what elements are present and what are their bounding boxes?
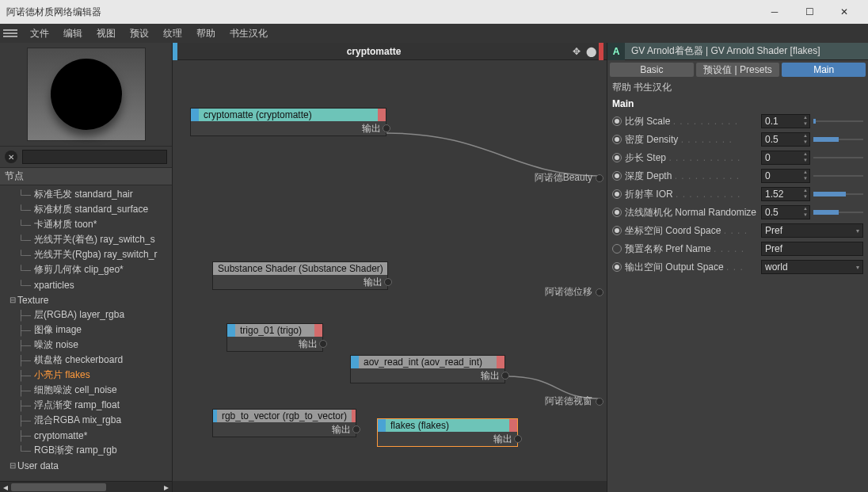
- header-end-accent: [599, 43, 603, 60]
- anim-toggle[interactable]: [612, 244, 622, 254]
- input-port[interactable]: [596, 174, 603, 182]
- scroll-right-icon[interactable]: ▸: [161, 482, 172, 492]
- menu-edit[interactable]: 编辑: [57, 25, 89, 42]
- tree-item: ├─棋盘格 checkerboard: [8, 353, 172, 368]
- properties-list: 比例 Scale . . . . . . . . . . 0.1▲▼ 密度 De…: [607, 112, 868, 280]
- tree-item: ├─细胞噪波 cell_noise: [8, 383, 172, 398]
- node-canvas[interactable]: cryptomatte (cryptomatte) 输出 Substance S…: [173, 60, 607, 481]
- input-port[interactable]: [596, 288, 603, 296]
- coord-space-select[interactable]: Pref▾: [761, 223, 863, 238]
- hamburger-icon[interactable]: [3, 29, 17, 37]
- anim-toggle[interactable]: [612, 135, 622, 144]
- node-flakes[interactable]: flakes (flakes) 输出: [377, 418, 518, 447]
- minimize-button[interactable]: ─: [757, 0, 792, 24]
- material-preview[interactable]: [27, 48, 146, 141]
- node-canvas-wrap: cryptomatte ✥ ⬤ cryptomatte (cryptomatte…: [173, 43, 607, 492]
- lock-icon[interactable]: ⬤: [584, 45, 597, 58]
- scale-slider[interactable]: [813, 114, 863, 128]
- window-title: 阿诺德材质网络编辑器: [6, 6, 757, 19]
- node-aov[interactable]: aov_read_int (aov_read_int) 输出: [350, 355, 505, 383]
- close-button[interactable]: ✕: [827, 0, 862, 24]
- step-slider[interactable]: [813, 151, 863, 165]
- ior-field[interactable]: 1.52▲▼: [761, 187, 810, 201]
- properties-subbar[interactable]: 帮助 书生汉化: [607, 79, 868, 96]
- properties-tabs: Basic 预设值 | Presets Main: [607, 60, 868, 79]
- node-trigo[interactable]: trigo_01 (trigo) 输出: [227, 323, 323, 352]
- tree-item: ├─cryptomatte*: [8, 428, 172, 443]
- tree-group-userdata[interactable]: ⊟User data: [8, 458, 172, 473]
- prop-density: 密度 Density . . . . . . . . 0.5▲▼: [612, 132, 863, 147]
- tree-item: └─标准材质 standard_surface: [8, 202, 172, 217]
- output-port[interactable]: [319, 340, 327, 348]
- canvas-header: cryptomatte ✥ ⬤: [173, 43, 607, 60]
- viewport-label: 阿诺德视窗: [545, 395, 603, 408]
- menubar: 文件 编辑 视图 预设 纹理 帮助 书生汉化: [0, 24, 868, 43]
- anim-toggle[interactable]: [612, 153, 622, 162]
- beauty-label: 阿诺德Beauty: [535, 171, 603, 185]
- preview-area: [0, 43, 172, 146]
- window-controls: ─ ☐ ✕: [757, 0, 862, 24]
- depth-slider[interactable]: [813, 169, 863, 183]
- step-field[interactable]: 0▲▼: [761, 151, 810, 165]
- depth-field[interactable]: 0▲▼: [761, 169, 810, 183]
- scale-field[interactable]: 0.1▲▼: [761, 114, 810, 128]
- prop-output-space: 输出空间 Output Space . . . world▾: [612, 259, 863, 275]
- tab-presets[interactable]: 预设值 | Presets: [696, 63, 780, 77]
- node-rgb2vec[interactable]: rgb_to_vector (rgb_to_vector) 输出: [212, 409, 356, 437]
- titlebar: 阿诺德材质网络编辑器 ─ ☐ ✕: [0, 0, 868, 24]
- move-icon[interactable]: ✥: [570, 45, 583, 58]
- output-space-select[interactable]: world▾: [761, 260, 863, 274]
- output-port[interactable]: [384, 278, 392, 286]
- output-port[interactable]: [383, 124, 390, 132]
- tab-basic[interactable]: Basic: [610, 63, 694, 77]
- left-panel: ✕ 节点 └─标准毛发 standard_hair └─标准材质 standar…: [0, 43, 173, 492]
- menu-view[interactable]: 视图: [90, 25, 122, 42]
- menu-file[interactable]: 文件: [24, 25, 55, 42]
- tree-item: └─光线开关(Rgba) ray_switch_r: [8, 247, 172, 262]
- tree-item-flakes: ├─小亮片 flakes: [8, 368, 172, 383]
- displace-label: 阿诺德位移: [545, 285, 603, 299]
- node-cryptomatte[interactable]: cryptomatte (cryptomatte) 输出: [190, 108, 386, 136]
- tree-item: ├─混合RGBA mix_rgba: [8, 413, 172, 428]
- input-port[interactable]: [596, 398, 603, 406]
- scroll-left-icon[interactable]: ◂: [0, 482, 11, 492]
- anim-toggle[interactable]: [612, 262, 622, 272]
- output-port[interactable]: [352, 425, 360, 433]
- tree-item: ├─噪波 noise: [8, 338, 172, 353]
- tree-group-texture[interactable]: ⊟Texture: [8, 292, 172, 307]
- density-field[interactable]: 0.5▲▼: [761, 132, 810, 147]
- preview-sphere: [51, 59, 122, 130]
- pref-name-field[interactable]: Pref: [761, 242, 863, 256]
- prop-coord-space: 坐标空间 Coord Space . . . . Pref▾: [612, 223, 863, 238]
- search-input[interactable]: [22, 150, 167, 164]
- normalrand-field[interactable]: 0.5▲▼: [761, 205, 810, 219]
- anim-toggle[interactable]: [612, 116, 622, 126]
- anim-toggle[interactable]: [612, 171, 622, 181]
- menu-texture[interactable]: 纹理: [157, 25, 188, 42]
- tab-main[interactable]: Main: [782, 63, 866, 77]
- menu-help[interactable]: 帮助: [190, 25, 222, 42]
- ior-slider[interactable]: [813, 187, 863, 201]
- scroll-thumb[interactable]: [11, 483, 106, 491]
- clear-search-button[interactable]: ✕: [5, 151, 17, 163]
- tree-item: └─RGB渐变 ramp_rgb: [8, 443, 172, 458]
- tree-item: └─标准毛发 standard_hair: [8, 187, 172, 202]
- output-port[interactable]: [501, 372, 509, 379]
- maximize-button[interactable]: ☐: [792, 0, 827, 24]
- anim-toggle[interactable]: [612, 208, 622, 217]
- density-slider[interactable]: [813, 132, 863, 147]
- tree-item: ├─层(RGBA) layer_rgba: [8, 307, 172, 322]
- canvas-scrollbar[interactable]: [173, 481, 607, 492]
- anim-toggle[interactable]: [612, 189, 622, 199]
- left-scrollbar[interactable]: ◂ ▸: [0, 481, 172, 492]
- output-port[interactable]: [514, 435, 522, 443]
- prop-depth: 深度 Depth . . . . . . . . . . 0▲▼: [612, 168, 863, 184]
- node-substance[interactable]: Substance Shader (Substance Shader) 输出: [212, 261, 388, 290]
- normalrand-slider[interactable]: [813, 205, 863, 219]
- menu-presets[interactable]: 预设: [124, 25, 155, 42]
- section-main: Main: [607, 96, 868, 112]
- menu-author[interactable]: 书生汉化: [223, 25, 274, 42]
- node-tree[interactable]: └─标准毛发 standard_hair └─标准材质 standard_sur…: [0, 185, 172, 481]
- tree-item: └─xparticles: [8, 277, 172, 292]
- anim-toggle[interactable]: [612, 226, 622, 235]
